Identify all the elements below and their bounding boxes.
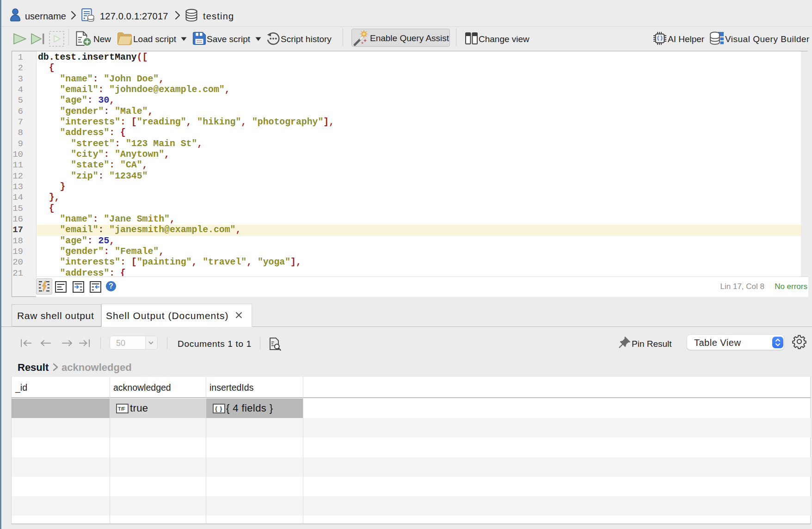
svg-text:}: } [220, 406, 222, 412]
svg-text:{: { [215, 406, 217, 412]
svg-text:T/F: T/F [118, 406, 125, 411]
